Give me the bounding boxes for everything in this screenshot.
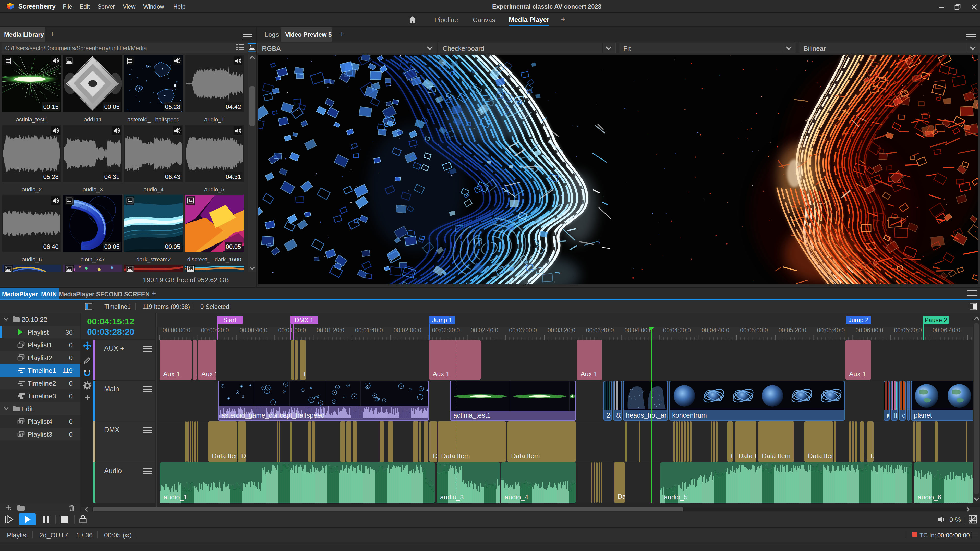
svg-text:00:03:40:0: 00:03:40:0	[586, 327, 614, 333]
svg-text:00:00:00:0: 00:00:00:0	[162, 327, 191, 333]
svg-text:00:06:20:0: 00:06:20:0	[894, 327, 922, 333]
svg-text:00:04:40:0: 00:04:40:0	[702, 327, 729, 333]
svg-text:00:02:20:0: 00:02:20:0	[432, 327, 460, 333]
svg-text:00:05:20:0: 00:05:20:0	[779, 327, 807, 333]
svg-text:00:01:00:0: 00:01:00:0	[278, 327, 306, 333]
svg-text:00:03:20:0: 00:03:20:0	[547, 327, 575, 333]
svg-text:audio_3: audio_3	[440, 493, 464, 501]
svg-text:82: 82	[616, 411, 622, 419]
svg-text:audio_4: audio_4	[505, 493, 528, 501]
svg-text:2c: 2c	[606, 411, 612, 419]
svg-text:audio_5: audio_5	[664, 493, 688, 501]
svg-text:00:00:20:0: 00:00:20:0	[201, 327, 229, 333]
svg-text:planet: planet	[914, 411, 932, 419]
svg-text:00:02:40:0: 00:02:40:0	[471, 327, 498, 333]
svg-text:00:00:40:0: 00:00:40:0	[240, 327, 267, 333]
svg-text:00:04:00:0: 00:04:00:0	[625, 327, 652, 333]
svg-text:00:06:00:0: 00:06:00:0	[856, 327, 883, 333]
svg-text:heads_hot_and_c: heads_hot_and_c	[626, 411, 668, 419]
svg-text:00:05:40:0: 00:05:40:0	[817, 327, 845, 333]
svg-text:audio_1: audio_1	[164, 493, 188, 501]
svg-text:asteroid_game_concept_halfspee: asteroid_game_concept_halfspeed	[221, 411, 325, 419]
svg-text:00:01:20:0: 00:01:20:0	[317, 327, 344, 333]
svg-text:00:02:00:0: 00:02:00:0	[394, 327, 422, 333]
svg-text:koncentrum: koncentrum	[672, 411, 707, 419]
svg-text:00:05:00:0: 00:05:00:0	[740, 327, 768, 333]
svg-text:00:03:00:0: 00:03:00:0	[509, 327, 537, 333]
svg-text:00:04:20:0: 00:04:20:0	[663, 327, 691, 333]
svg-text:audio_6: audio_6	[918, 493, 942, 501]
svg-text:00:01:40:0: 00:01:40:0	[355, 327, 383, 333]
svg-text:00:06:40:0: 00:06:40:0	[932, 327, 960, 333]
svg-text:actinia_test1: actinia_test1	[453, 411, 491, 419]
